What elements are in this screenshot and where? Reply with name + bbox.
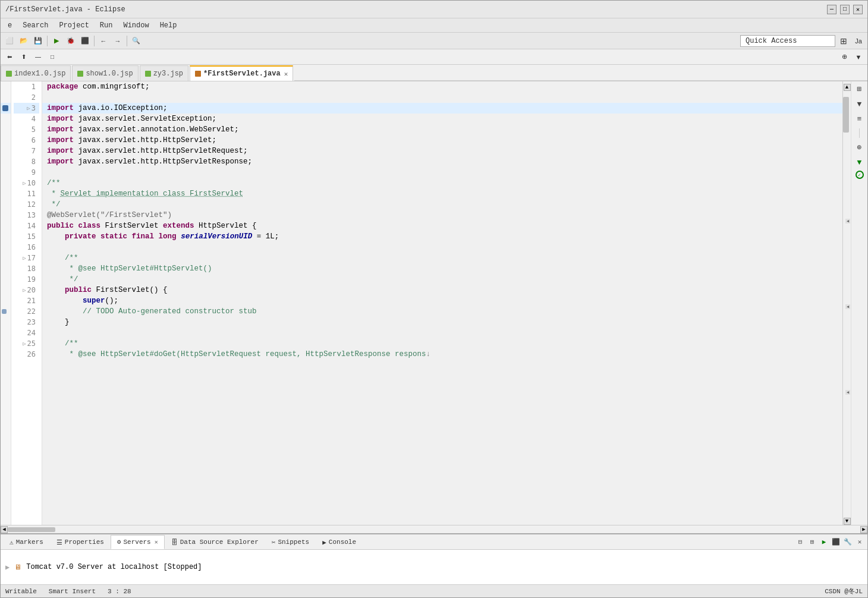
tab-label-index: index1.0.jsp: [14, 70, 65, 78]
tab-console[interactable]: ▶ Console: [316, 535, 363, 549]
menu-file[interactable]: e: [3, 20, 17, 31]
tab-snippets[interactable]: ✂ Snippets: [265, 535, 316, 549]
outline-indicator: ✓: [856, 171, 864, 179]
bottom-tab-btn3[interactable]: ▶: [819, 537, 829, 547]
code-editor[interactable]: package com.mingrisoft; import java.io.I…: [42, 81, 842, 525]
code-line-19: */: [42, 274, 842, 285]
line-num-12: 12: [14, 199, 39, 210]
menu-search[interactable]: Search: [18, 20, 53, 31]
scroll-up-button[interactable]: ▲: [844, 84, 851, 91]
sec-btn3[interactable]: —: [32, 51, 45, 64]
code-line-3: import java.io.IOException;: [42, 103, 842, 114]
tab-zy3-jsp[interactable]: zy3.jsp: [140, 65, 188, 81]
outline-panel: ⊞ ▼ ≡ ⊕ ▼ ✓: [851, 81, 867, 525]
close-button[interactable]: ✕: [853, 5, 863, 14]
maximize-button[interactable]: □: [840, 5, 850, 14]
bookmark-22: [2, 309, 7, 314]
toolbar-perspective2[interactable]: Ja: [852, 34, 865, 48]
quick-access-label: Quick Access: [746, 37, 797, 45]
toolbar-debug[interactable]: 🐞: [64, 34, 77, 48]
bottom-content: ▶ 🖥 Tomcat v7.0 Server at localhost [Sto…: [1, 550, 867, 584]
line-num-6: 6: [14, 135, 39, 146]
menu-help[interactable]: Help: [155, 20, 182, 31]
toolbar-search[interactable]: 🔍: [130, 34, 143, 48]
bottom-tab-btn2[interactable]: ⊞: [807, 537, 817, 547]
fold-10[interactable]: ▷: [23, 178, 26, 188]
outline-expand[interactable]: ⊕: [838, 51, 851, 64]
tab-index-jsp[interactable]: index1.0.jsp: [1, 65, 71, 81]
tab-markers[interactable]: ⚠ Markers: [3, 535, 50, 549]
menu-window[interactable]: Window: [118, 20, 153, 31]
menu-project[interactable]: Project: [54, 20, 93, 31]
line-num-19: 19: [14, 274, 39, 285]
toolbar-back[interactable]: ←: [97, 34, 110, 48]
gutter-row-25: [1, 338, 11, 349]
tab-show-jsp[interactable]: show1.0.jsp: [72, 65, 138, 81]
line-num-17: ▷17: [14, 253, 39, 263]
outline-btn-chevron[interactable]: ▼: [853, 156, 866, 169]
scroll-down-button[interactable]: ▼: [844, 518, 851, 525]
h-scroll-thumb[interactable]: [8, 527, 55, 532]
line-num-14: 14: [14, 221, 39, 231]
toolbar-run[interactable]: ▶: [50, 34, 63, 48]
gutter-row-5: [1, 124, 11, 135]
bottom-tab-btn5[interactable]: 🔧: [842, 537, 853, 547]
server-expand-icon[interactable]: ▶: [5, 563, 10, 572]
gutter-row-11: [1, 188, 11, 199]
toolbar-stop[interactable]: ⬛: [78, 34, 92, 48]
line-num-3: ▷3: [14, 103, 39, 114]
scroll-left-button[interactable]: ◀: [1, 526, 8, 533]
vertical-scrollbar[interactable]: ▲ ◀ ◀ ◀ ▼: [842, 81, 851, 525]
tab-close-firstservlet[interactable]: ✕: [284, 70, 288, 78]
servers-close[interactable]: ✕: [155, 539, 158, 546]
tab-firstservlet-java[interactable]: *FirstServlet.java ✕: [190, 65, 293, 81]
secondary-toolbar: ⬅ ⬆ — □ ⊕ ▼: [1, 49, 867, 65]
fold-20[interactable]: ▷: [23, 285, 26, 295]
toolbar-new[interactable]: ⬜: [3, 34, 16, 48]
toolbar-save[interactable]: 💾: [32, 34, 45, 48]
code-line-8: import javax.servlet.http.HttpServletRes…: [42, 156, 842, 167]
toolbar-open[interactable]: 📂: [17, 34, 30, 48]
line-num-1: 1: [14, 81, 39, 92]
gutter-row-26: [1, 349, 11, 360]
toolbar-forward[interactable]: →: [111, 34, 124, 48]
outline-btn-collapse[interactable]: ▼: [853, 97, 866, 111]
outline-btn-expand[interactable]: ⊞: [853, 83, 866, 96]
scroll-right-button[interactable]: ▶: [860, 526, 867, 533]
quick-access-box[interactable]: Quick Access: [740, 35, 835, 47]
bottom-tab-btn4[interactable]: ⬛: [831, 537, 841, 547]
scroll-marker-3: ◀: [845, 390, 850, 395]
toolbar-perspective1[interactable]: ⊞: [836, 34, 851, 48]
gutter-row-10: [1, 178, 11, 188]
bottom-panel: ⚠ Markers ☰ Properties ⚙ Servers ✕ 🗄 Dat…: [1, 533, 867, 584]
minimize-button[interactable]: —: [827, 5, 836, 14]
bottom-tab-btn6[interactable]: ✕: [854, 537, 865, 547]
bottom-tab-btn1[interactable]: ⊟: [795, 537, 806, 547]
fold-3[interactable]: ▷: [27, 103, 30, 114]
tab-properties[interactable]: ☰ Properties: [50, 535, 111, 549]
outline-btn-add[interactable]: ⊕: [853, 141, 866, 154]
gutter-row-13: [1, 210, 11, 221]
scroll-thumb[interactable]: [843, 97, 849, 133]
window-controls: — □ ✕: [827, 5, 863, 14]
outline-btn-menu[interactable]: ≡: [853, 112, 866, 125]
sec-btn1[interactable]: ⬅: [3, 51, 16, 64]
tab-data-source[interactable]: 🗄 Data Source Explorer: [165, 535, 265, 549]
gutter-breakpoints: [1, 81, 11, 525]
fold-17[interactable]: ▷: [23, 253, 26, 263]
outline-collapse[interactable]: ▼: [852, 51, 865, 64]
sec-btn2[interactable]: ⬆: [17, 51, 30, 64]
data-source-icon: 🗄: [171, 539, 178, 546]
fold-25[interactable]: ▷: [23, 338, 26, 349]
horizontal-scrollbar[interactable]: ◀ ▶: [1, 525, 867, 533]
line-num-11: 11: [14, 188, 39, 199]
gutter-row-15: [1, 231, 11, 242]
gutter-row-20: [1, 285, 11, 295]
tab-servers[interactable]: ⚙ Servers ✕: [111, 535, 165, 549]
menu-run[interactable]: Run: [95, 20, 118, 31]
line-num-8: 8: [14, 156, 39, 167]
code-line-16: [42, 242, 842, 253]
sec-btn4[interactable]: □: [46, 51, 59, 64]
console-label: Console: [329, 539, 356, 546]
tab-empty-space: [294, 80, 867, 81]
